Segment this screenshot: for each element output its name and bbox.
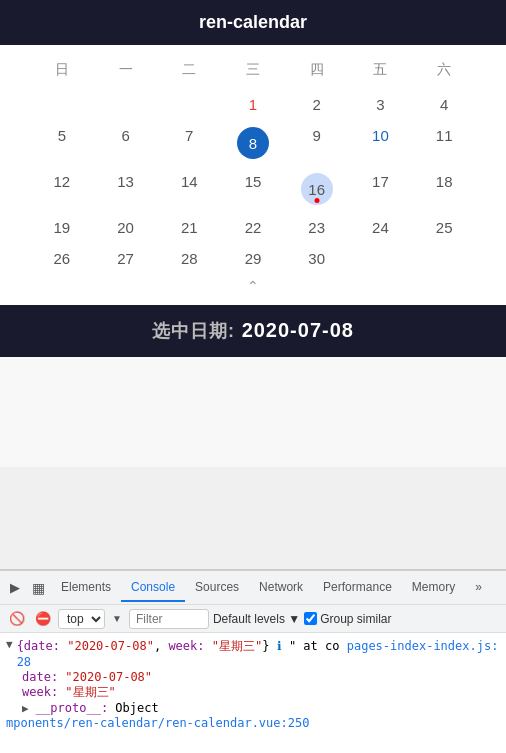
calendar-cell-2[interactable]: 2	[285, 89, 349, 120]
calendar-cell[interactable]	[349, 243, 413, 274]
calendar-cell-24[interactable]: 24	[349, 212, 413, 243]
proto-key: __proto__:	[36, 701, 115, 715]
calendar-cell-3[interactable]: 3	[349, 89, 413, 120]
calendar-cell-20[interactable]: 20	[94, 212, 158, 243]
tab-performance[interactable]: Performance	[313, 574, 402, 602]
calendar-cell[interactable]	[94, 89, 158, 120]
weekday-thu: 四	[285, 55, 349, 85]
detail-date-key: date:	[22, 670, 65, 684]
weekday-sat: 六	[412, 55, 476, 85]
tab-elements[interactable]: Elements	[51, 574, 121, 602]
calendar-cell-4[interactable]: 4	[412, 89, 476, 120]
filter-input[interactable]	[129, 609, 209, 629]
calendar-cell-6[interactable]: 6	[94, 120, 158, 166]
calendar-cell-27[interactable]: 27	[94, 243, 158, 274]
weekday-wed: 三	[221, 55, 285, 85]
calendar-cell-23[interactable]: 23	[285, 212, 349, 243]
devtools-tabs: ▶ ▦ Elements Console Sources Network Per…	[0, 571, 506, 605]
content-area	[0, 357, 506, 467]
app-title: ren-calendar	[199, 12, 307, 32]
calendar-grid: 1 2 3 4 5 6 7 8 9 10 11 12 13 14 15 16	[30, 89, 476, 274]
calendar-cell-21[interactable]: 21	[157, 212, 221, 243]
calendar-cell-9[interactable]: 9	[285, 120, 349, 166]
calendar-cell[interactable]	[30, 89, 94, 120]
weekday-sun: 日	[30, 55, 94, 85]
expand-icon[interactable]: ▼	[6, 638, 13, 651]
group-similar-checkbox[interactable]	[304, 612, 317, 625]
json-week-key: week:	[168, 639, 211, 653]
group-similar-text: Group similar	[320, 612, 391, 626]
calendar-cell[interactable]	[412, 243, 476, 274]
weekday-fri: 五	[349, 55, 413, 85]
calendar-cell-10[interactable]: 10	[349, 120, 413, 166]
weekday-mon: 一	[94, 55, 158, 85]
devtools-toolbar: 🚫 ⛔ top ▼ Default levels ▼ Group similar	[0, 605, 506, 633]
calendar-cell-19[interactable]: 19	[30, 212, 94, 243]
calendar-cell-25[interactable]: 25	[412, 212, 476, 243]
devtools-panel: ▶ ▦ Elements Console Sources Network Per…	[0, 569, 506, 753]
calendar-cell[interactable]	[157, 89, 221, 120]
calendar-area: 日 一 二 三 四 五 六 1 2 3 4 5 6 7 8 9 10	[0, 45, 506, 305]
calendar-cell-17[interactable]: 17	[349, 166, 413, 212]
devtools-inspect-icon[interactable]: ▦	[26, 576, 51, 600]
source-link-2[interactable]: mponents/ren-calendar/ren-calendar.vue:2…	[6, 716, 309, 730]
detail-date-val: "2020-07-08"	[65, 670, 152, 684]
block-icon[interactable]: ⛔	[32, 609, 54, 628]
console-subline-proto: ▶ __proto__: Object	[6, 701, 500, 715]
tab-memory[interactable]: Memory	[402, 574, 465, 602]
detail-week-key: week:	[22, 685, 65, 699]
context-select[interactable]: top	[58, 609, 105, 629]
console-output: ▼ {date: "2020-07-08", week: "星期三"} ℹ " …	[0, 633, 506, 753]
console-line-1: ▼ {date: "2020-07-08", week: "星期三"} ℹ " …	[6, 637, 500, 670]
app-header: ren-calendar	[0, 0, 506, 45]
calendar-cell-8[interactable]: 8	[221, 120, 285, 166]
calendar-weekdays: 日 一 二 三 四 五 六	[30, 55, 476, 85]
calendar-cell-29[interactable]: 29	[221, 243, 285, 274]
devtools-pointer-icon[interactable]: ▶	[4, 576, 26, 599]
default-levels[interactable]: Default levels ▼	[213, 612, 300, 626]
proto-expand-icon[interactable]: ▶	[22, 702, 29, 715]
json-date-val: "2020-07-08"	[67, 639, 154, 653]
selected-label: 选中日期:	[152, 321, 235, 341]
json-open: {	[17, 639, 24, 653]
detail-week-val: "星期三"	[65, 685, 115, 699]
proto-val: Object	[115, 701, 158, 715]
json-week-val: "星期三"	[212, 639, 262, 653]
console-subline-week: week: "星期三"	[6, 684, 500, 701]
json-date-key: date:	[24, 639, 67, 653]
calendar-cell-1[interactable]: 1	[221, 89, 285, 120]
calendar-cell-15[interactable]: 15	[221, 166, 285, 212]
calendar-cell-11[interactable]: 11	[412, 120, 476, 166]
tab-sources[interactable]: Sources	[185, 574, 249, 602]
calendar-cell-26[interactable]: 26	[30, 243, 94, 274]
tab-network[interactable]: Network	[249, 574, 313, 602]
calendar-cell-28[interactable]: 28	[157, 243, 221, 274]
weekday-tue: 二	[157, 55, 221, 85]
info-icon: ℹ	[277, 639, 289, 653]
calendar-cell-7[interactable]: 7	[157, 120, 221, 166]
calendar-cell-14[interactable]: 14	[157, 166, 221, 212]
calendar-cell-18[interactable]: 18	[412, 166, 476, 212]
group-similar-label[interactable]: Group similar	[304, 612, 391, 626]
tab-console[interactable]: Console	[121, 574, 185, 602]
console-text-1: {date: "2020-07-08", week: "星期三"} ℹ " at…	[17, 638, 500, 669]
selected-date-bar: 选中日期: 2020-07-08	[0, 305, 506, 357]
selected-date: 2020-07-08	[242, 319, 354, 341]
collapse-button[interactable]: ⌃	[30, 274, 476, 300]
json-close: }	[262, 639, 269, 653]
console-file-link-line: mponents/ren-calendar/ren-calendar.vue:2…	[6, 715, 500, 731]
tab-more[interactable]: »	[465, 574, 492, 602]
at-text: " at co	[289, 639, 340, 653]
calendar-cell-22[interactable]: 22	[221, 212, 285, 243]
calendar-cell-13[interactable]: 13	[94, 166, 158, 212]
console-subline-date: date: "2020-07-08"	[6, 670, 500, 684]
calendar-cell-16[interactable]: 16	[285, 166, 349, 212]
calendar-cell-5[interactable]: 5	[30, 120, 94, 166]
calendar-cell-12[interactable]: 12	[30, 166, 94, 212]
context-dropdown-icon[interactable]: ▼	[109, 611, 125, 626]
clear-console-icon[interactable]: 🚫	[6, 609, 28, 628]
app-container: ren-calendar 日 一 二 三 四 五 六 1 2 3 4 5 6 7	[0, 0, 506, 467]
calendar-cell-30[interactable]: 30	[285, 243, 349, 274]
